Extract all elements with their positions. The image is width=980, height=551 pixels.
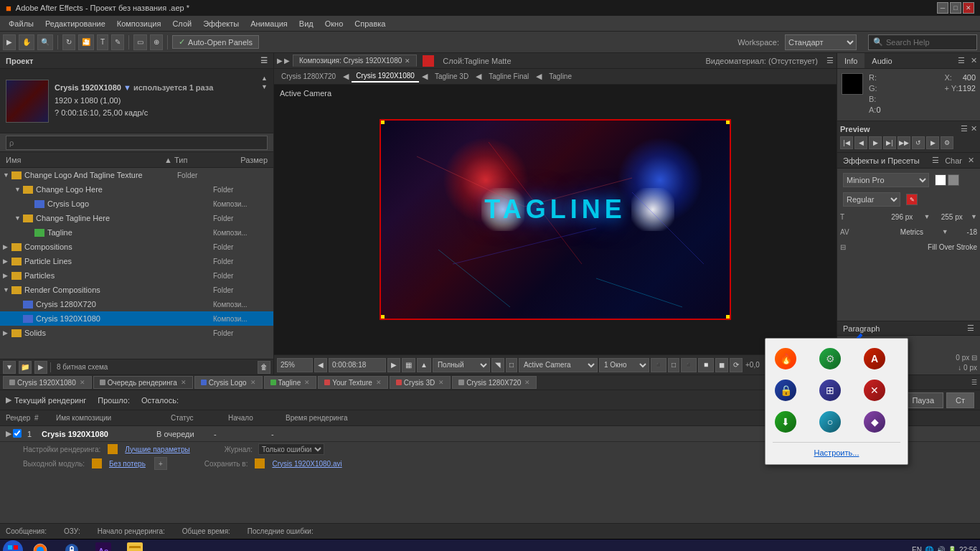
tab-crysis-logo[interactable]: Crysis Logo ✕ [194, 376, 263, 389]
pause-button[interactable]: Пауза [903, 392, 943, 408]
breadcrumb-crysis1920[interactable]: Crysis 1920X1080 [352, 70, 419, 83]
tool-clone[interactable]: ⊕ [150, 34, 163, 50]
tab-render-queue[interactable]: Очередь рендеринга ✕ [93, 376, 193, 389]
quality-select[interactable]: Полный [433, 358, 490, 372]
para-menu-icon[interactable]: ☰ [967, 324, 974, 333]
list-item[interactable]: Crysis 1920X1080 Компози... [0, 311, 273, 326]
menu-view[interactable]: Вид [293, 18, 319, 29]
new-comp-button[interactable]: ▼ [3, 361, 16, 374]
tab-your-texture[interactable]: Your Texture ✕ [318, 376, 388, 389]
color-picker-btn2[interactable] [948, 174, 959, 186]
popup-icon-6[interactable]: ✕ [862, 377, 887, 403]
tab-close[interactable]: ✕ [376, 379, 382, 386]
project-menu-icon[interactable]: ☰ [260, 56, 268, 65]
handle-tr[interactable] [726, 121, 730, 124]
handle-tl[interactable] [381, 121, 385, 124]
handle-bl[interactable] [381, 315, 385, 319]
preview-close-icon[interactable]: ✕ [971, 124, 977, 133]
tab-tagline[interactable]: Tagline ✕ [264, 376, 317, 389]
workspace-select[interactable]: Стандарт [785, 34, 857, 50]
tool-camera[interactable]: 🎦 [78, 34, 94, 50]
prev-settings-btn[interactable]: ⚙ [941, 136, 953, 149]
list-item[interactable]: ▶ Solids Folder [0, 326, 273, 340]
tab-close[interactable]: ✕ [524, 379, 530, 386]
auto-open-panels-button[interactable]: ✓ Auto-Open Panels [172, 35, 259, 49]
start-button[interactable]: Ст [946, 392, 974, 408]
effects-menu-icon[interactable]: ☰ [932, 156, 939, 165]
title-bar-controls[interactable]: ─ □ ✕ [937, 2, 974, 14]
tab-info[interactable]: Info [837, 53, 864, 68]
tab-crysis1920[interactable]: Crysis 1920X1080 ✕ [3, 376, 92, 389]
popup-icon-7[interactable]: ⬇ [773, 409, 798, 435]
breadcrumb-crysis1280[interactable]: Crysis 1280X720 [277, 71, 340, 82]
customize-link[interactable]: Настроить... [773, 448, 900, 457]
reset-btn[interactable]: ⟳ [730, 358, 743, 372]
breadcrumb-taglinefinal[interactable]: Tagline Final [484, 71, 533, 82]
menu-animation[interactable]: Анимация [245, 18, 293, 29]
prev-play-btn[interactable]: ▶ [869, 136, 882, 149]
add-output-btn[interactable]: + [154, 457, 167, 470]
comp-tab-close[interactable]: ✕ [405, 57, 410, 65]
camera-snap-btn[interactable]: ▦ [402, 358, 415, 372]
tab-close[interactable]: ✕ [250, 379, 256, 386]
list-item[interactable]: ▼ Change Tagline Here Folder [0, 211, 273, 225]
tool-rotate[interactable]: ↻ [62, 34, 75, 50]
taskbar-ae[interactable]: Ae [89, 541, 118, 552]
tab-close[interactable]: ✕ [80, 379, 85, 386]
list-item[interactable]: ▼ Render Compositions Folder [0, 283, 273, 297]
effects-close-icon[interactable]: ✕ [968, 156, 974, 165]
prev-loop-btn[interactable]: ↺ [912, 136, 925, 149]
style-select[interactable]: Regular [843, 192, 900, 207]
list-item[interactable]: ▶ Compositions Folder [0, 240, 273, 254]
maximize-button[interactable]: □ [950, 2, 961, 14]
handle-br[interactable] [726, 315, 730, 319]
render-options-btn[interactable]: ▲ [417, 358, 431, 372]
search-input[interactable] [886, 38, 972, 47]
fill-btn[interactable]: ✎ [906, 194, 918, 205]
list-item[interactable]: Crysis Logo Компози... [0, 197, 273, 211]
color-picker-btn[interactable] [935, 174, 946, 186]
tab-crysis1280[interactable]: Crysis 1280X720 ✕ [452, 376, 537, 389]
record-button[interactable] [423, 55, 434, 67]
menu-layer[interactable]: Слой [166, 18, 197, 29]
list-item[interactable]: Crysis 1280X720 Компози... [0, 297, 273, 311]
popup-icon-5[interactable]: ⊞ [817, 377, 843, 403]
char-tab[interactable]: Char [945, 156, 962, 165]
tool-pen[interactable]: ✎ [111, 34, 124, 50]
tool-select[interactable]: ▶ [3, 34, 16, 50]
grid-btn[interactable]: ◥ [491, 358, 504, 372]
prev-forward-btn[interactable]: ▶| [883, 136, 896, 149]
popup-icon-1[interactable]: 🔥 [773, 346, 798, 372]
popup-icon-4[interactable]: 🔒 [773, 377, 798, 403]
view-toggle3[interactable]: ◽ [698, 358, 714, 372]
menu-composition[interactable]: Композиция [111, 18, 167, 29]
output-link[interactable]: Без потерь [109, 460, 146, 468]
list-item[interactable]: ▶ Particle Lines Folder [0, 254, 273, 268]
view-toggle1[interactable]: □ [668, 358, 679, 372]
scroll-arrow-down[interactable]: ▼ [261, 83, 268, 90]
prev-first-btn[interactable]: |◀ [840, 136, 853, 149]
comp-tab-main[interactable]: Композиция: Crysis 1920X1080 ✕ [293, 55, 417, 67]
new-footage-button[interactable]: ▶ [34, 361, 47, 374]
zoom-select[interactable]: 25% [277, 358, 313, 372]
prev-frame-btn[interactable]: ◀ [314, 358, 327, 372]
expand-icon[interactable]: ▶ [6, 429, 11, 438]
save-link[interactable]: Crysis 1920X1080.avi [272, 460, 341, 468]
new-folder-button[interactable]: 📁 [19, 361, 32, 374]
popup-icon-3[interactable]: A [862, 346, 887, 372]
list-item[interactable]: Tagline Компози... [0, 225, 273, 240]
tool-zoom[interactable]: 🔍 [37, 34, 53, 50]
menu-edit[interactable]: Редактирование [39, 18, 111, 29]
timecode-display[interactable]: 0:00:08:18 [329, 358, 386, 372]
view-toggle4[interactable]: ◼ [715, 358, 728, 372]
menu-files[interactable]: Файлы [3, 18, 39, 29]
delete-button[interactable]: 🗑 [258, 361, 270, 374]
font-select[interactable]: Minion Pro [843, 173, 929, 187]
panel-close-icon[interactable]: ✕ [968, 56, 980, 65]
taskbar-lock[interactable] [57, 541, 86, 552]
list-item[interactable]: ▶ Particles Folder [0, 268, 273, 283]
scroll-arrow-up[interactable]: ▲ [261, 75, 268, 82]
render-checkbox[interactable] [13, 429, 22, 438]
tool-hand[interactable]: ✋ [19, 34, 34, 50]
project-search-input[interactable] [6, 136, 268, 150]
